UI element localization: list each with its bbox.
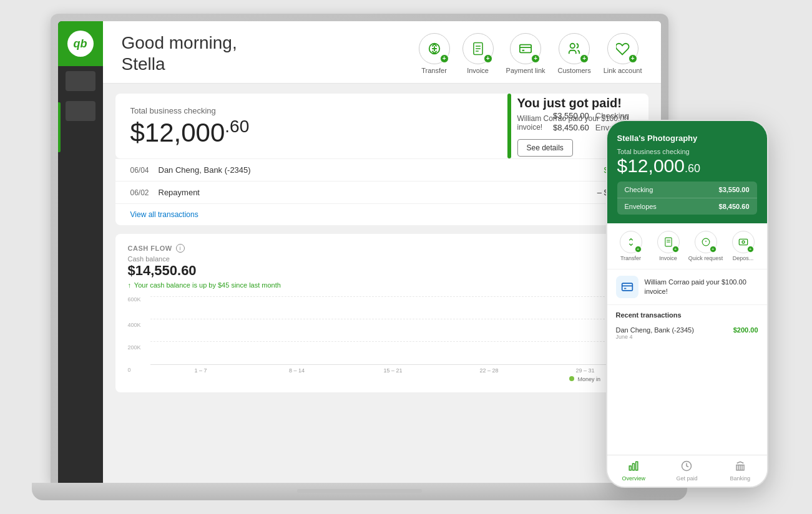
view-all-transactions-link[interactable]: View all transactions <box>115 203 648 225</box>
link-account-icon <box>616 42 630 56</box>
cashflow-info-icon[interactable]: i <box>176 244 185 253</box>
balance-amount: $12,000.60 <box>130 118 528 146</box>
cashflow-trend-text: Your cash balance is up by $45 since las… <box>134 281 281 289</box>
phone-header: Stella's Photography Total business chec… <box>607 121 767 223</box>
link-account-plus-badge: + <box>629 54 637 63</box>
transaction-2-date: 06/02 <box>130 188 159 197</box>
svg-rect-16 <box>622 283 632 291</box>
phone-getpaid-icon <box>681 460 692 474</box>
sidebar-nav-item-1[interactable] <box>66 71 95 91</box>
phone-quick-action-deposit[interactable]: + Depos... <box>725 231 762 261</box>
phone-deposit-icon: + <box>732 231 755 253</box>
quick-action-payment-link[interactable]: + Payment link <box>506 33 545 74</box>
transaction-2-name: Repayment <box>159 188 597 197</box>
balance-main: $12,000 <box>130 118 225 147</box>
phone-quick-action-quick-request[interactable]: + Quick request <box>687 231 725 261</box>
quick-action-customers[interactable]: + Customers <box>558 33 591 74</box>
x-label-3: 15 – 21 <box>345 367 441 374</box>
phone-overview-label: Overview <box>622 475 645 482</box>
sidebar-nav-item-2[interactable] <box>66 101 95 121</box>
main-content: Good morning, Stella <box>103 21 661 483</box>
cashflow-trend: ↑ Your cash balance is up by $45 since l… <box>128 281 636 289</box>
svg-rect-18 <box>633 463 635 470</box>
cashflow-title: CASH FLOW <box>128 245 172 252</box>
balance-left: Total business checking $12,000.60 <box>130 106 528 146</box>
svg-point-7 <box>570 43 575 47</box>
transactions-card: 06/04 Dan Cheng, Bank (-2345) $200.00 06… <box>115 158 648 225</box>
phone-checking-label: Checking <box>625 186 653 193</box>
phone-nav-banking[interactable]: Banking <box>713 460 766 482</box>
phone-quick-request-label: Quick request <box>688 255 723 261</box>
phone-banking-label: Banking <box>730 475 751 482</box>
cashflow-amount: $14,550.60 <box>128 263 636 279</box>
phone-checking-amount: $3,550.00 <box>719 186 750 193</box>
phone-quick-request-svg <box>702 237 710 247</box>
balance-label: Total business checking <box>130 106 528 115</box>
cashflow-card: CASH FLOW i Cash balance $14,550.60 ↑ Yo… <box>115 234 648 392</box>
transaction-row-1: 06/04 Dan Cheng, Bank (-2345) $200.00 <box>115 158 648 181</box>
phone-nav-get-paid[interactable]: Get paid <box>660 460 713 482</box>
phone-balance-amount: $12,000.60 <box>617 157 757 175</box>
cashflow-header: CASH FLOW i <box>128 244 636 253</box>
phone-quick-action-invoice[interactable]: + Invoice <box>650 231 687 261</box>
transfer-icon-wrapper: + <box>419 33 450 64</box>
see-details-button[interactable]: See details <box>517 139 573 157</box>
phone-bottom-nav: Overview Get paid Banking <box>607 455 767 487</box>
phone-invoice-plus: + <box>672 246 679 253</box>
quick-action-transfer[interactable]: + Transfer <box>419 33 450 74</box>
phone-invoice-svg <box>664 237 673 247</box>
phone-transfer-svg <box>626 237 636 247</box>
y-label-600k: 600K <box>128 296 150 303</box>
grid-line-top <box>150 296 636 297</box>
phone-deposit-svg <box>738 238 748 246</box>
sidebar-logo: qb <box>58 21 103 66</box>
legend-dot-green <box>569 376 574 381</box>
phone-quick-request-icon: + <box>695 231 717 253</box>
phone-balance-cents: .60 <box>685 162 700 175</box>
phone-transfer-icon: + <box>620 231 642 253</box>
invoice-icon-wrapper: + <box>462 33 494 64</box>
phone-quick-request-plus: + <box>710 246 717 253</box>
sidebar-active-indicator <box>58 102 61 152</box>
phone-transfer-plus: + <box>635 246 642 253</box>
link-account-label: Link account <box>604 67 642 74</box>
greeting: Good morning, Stella <box>122 32 237 74</box>
laptop-screen: qb Good morning, Stella <box>58 21 661 483</box>
y-label-200k: 200K <box>128 344 150 351</box>
quick-actions-bar: + Transfer <box>419 33 642 74</box>
customers-icon <box>567 42 581 56</box>
phone-account-checking: Checking $3,550.00 <box>617 182 757 198</box>
laptop-screen-outer: qb Good morning, Stella <box>51 14 668 483</box>
green-divider <box>507 94 511 158</box>
balance-cents: .60 <box>225 117 249 136</box>
y-label-400k: 400K <box>128 322 150 328</box>
x-axis-labels: 1 – 7 8 – 14 15 – 21 22 – 28 29 – 31 <box>150 365 636 374</box>
phone-nav-overview[interactable]: Overview <box>607 460 660 482</box>
transfer-icon <box>428 42 441 56</box>
sidebar: qb <box>58 21 103 483</box>
x-label-4: 22 – 28 <box>441 367 537 374</box>
phone-invoice-label: Invoice <box>659 255 677 261</box>
invoice-icon <box>472 42 484 56</box>
phone-banking-svg <box>735 460 746 472</box>
transaction-1-date: 06/04 <box>130 166 159 175</box>
laptop-base <box>297 489 422 493</box>
phone-app-name: Stella's Photography <box>617 133 757 143</box>
y-label-0: 0 <box>128 367 150 373</box>
x-label-2: 8 – 14 <box>249 367 345 374</box>
svg-rect-19 <box>636 462 638 470</box>
payment-link-label: Payment link <box>506 67 545 74</box>
header: Good morning, Stella <box>103 21 661 84</box>
phone-quick-action-transfer[interactable]: + Transfer <box>612 231 650 261</box>
scene: qb Good morning, Stella <box>32 14 781 500</box>
phone-deposit-plus: + <box>747 246 754 253</box>
phone-transaction-amount: $200.00 <box>733 326 758 340</box>
quick-action-invoice[interactable]: + Invoice <box>462 33 494 74</box>
phone-notification: William Corrao paid your $100.00 invoice… <box>607 269 767 305</box>
qb-logo-icon: qb <box>67 31 94 57</box>
cashflow-balance-label: Cash balance <box>128 255 636 263</box>
phone-balance-main: $12,000 <box>617 155 685 176</box>
phone-accounts: Checking $3,550.00 Envelopes $8,450.60 <box>617 182 757 215</box>
quick-action-link-account[interactable]: + Link account <box>604 33 642 74</box>
link-account-icon-wrapper: + <box>607 33 638 64</box>
